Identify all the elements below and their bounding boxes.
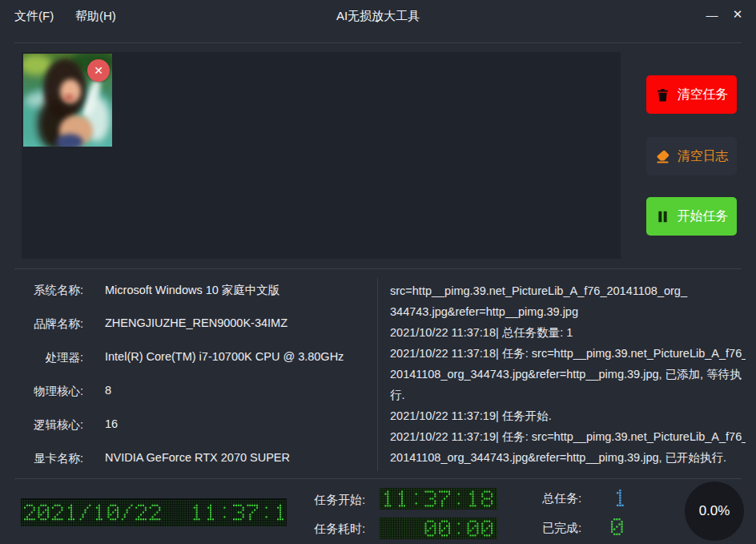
- info-label: 物理核心:: [22, 384, 83, 400]
- log-line: 2021/10/22 11:37:18| 总任务数量: 1: [390, 322, 746, 343]
- task-thumbnail[interactable]: ✕: [23, 54, 112, 147]
- clear-tasks-label: 清空任务: [678, 87, 729, 103]
- system-info: 系统名称: Microsoft Windows 10 家庭中文版 品牌名称: Z…: [22, 283, 367, 485]
- info-value: ZHENGJIUZHE_REN9000K-34IMZ: [105, 316, 288, 332]
- clear-tasks-button[interactable]: 清空任务: [646, 75, 737, 114]
- info-value: 8: [105, 384, 111, 400]
- led-clock-display: [21, 498, 287, 526]
- task-elapsed-led-display: [380, 518, 497, 539]
- info-row-gpu: 显卡名称: NVIDIA GeForce RTX 2070 SUPER: [22, 451, 367, 467]
- window-title: AI无损放大工具: [160, 9, 596, 24]
- log-line: 行.: [390, 385, 746, 405]
- info-value: NVIDIA GeForce RTX 2070 SUPER: [105, 451, 290, 467]
- clear-log-label: 清空日志: [678, 148, 729, 165]
- info-label: 系统名称:: [22, 283, 83, 299]
- info-row-logical-cores: 逻辑核心: 16: [22, 417, 367, 433]
- info-row-cpu: 处理器: Intel(R) Core(TM) i7-10700K CPU @ 3…: [22, 350, 367, 366]
- statusbar-divider: [14, 478, 742, 479]
- info-value: Microsoft Windows 10 家庭中文版: [105, 283, 279, 299]
- total-tasks-label: 总任务:: [542, 491, 581, 506]
- progress-indicator: 0.0%: [685, 482, 744, 541]
- start-task-button[interactable]: 开始任务: [646, 197, 737, 236]
- task-start-led-display: [380, 488, 497, 510]
- pause-icon: [655, 209, 670, 224]
- task-list-panel: ✕: [22, 52, 621, 259]
- log-line: 2021/10/22 11:37:19| 任务: src=http__pimg.…: [390, 426, 746, 447]
- remove-task-icon[interactable]: ✕: [87, 59, 110, 82]
- start-task-label: 开始任务: [678, 208, 729, 225]
- titlebar-divider: [14, 42, 742, 43]
- info-row-os: 系统名称: Microsoft Windows 10 家庭中文版: [22, 283, 367, 299]
- log-line: 2021/10/22 11:37:19| 任务开始.: [390, 405, 746, 426]
- progress-percent: 0.0%: [699, 503, 730, 519]
- info-label: 品牌名称:: [22, 316, 83, 332]
- info-label: 处理器:: [22, 350, 83, 366]
- info-label: 逻辑核心:: [22, 417, 83, 433]
- log-pane[interactable]: src=http__pimg.39.net_PictureLib_A_f76_2…: [390, 280, 746, 471]
- clear-log-button[interactable]: 清空日志: [646, 137, 737, 175]
- log-line: 344743.jpg&refer=http__pimg.39.jpg: [390, 301, 746, 322]
- log-line: 20141108_org_344743.jpg&refer=http__pimg…: [390, 447, 746, 468]
- menu-file[interactable]: 文件(F): [14, 9, 54, 24]
- info-value: Intel(R) Core(TM) i7-10700K CPU @ 3.80GH…: [105, 350, 344, 366]
- menu-help[interactable]: 帮助(H): [75, 9, 116, 24]
- log-line: 2021/10/22 11:37:18| 任务: src=http__pimg.…: [390, 343, 746, 364]
- info-label: 显卡名称:: [22, 451, 83, 467]
- task-start-label: 任务开始:: [314, 493, 365, 508]
- total-tasks-value: [614, 489, 628, 507]
- log-line: 20141108_org_344743.jpg&refer=http__pimg…: [390, 364, 746, 385]
- trash-icon: [655, 87, 670, 103]
- info-row-brand: 品牌名称: ZHENGJIUZHE_REN9000K-34IMZ: [22, 316, 367, 332]
- close-button[interactable]: ✕: [727, 4, 748, 25]
- app-window: 文件(F) 帮助(H) AI无损放大工具 — ✕: [0, 0, 756, 544]
- eraser-icon: [655, 149, 670, 164]
- info-value: 16: [105, 417, 118, 433]
- completed-tasks-label: 已完成:: [542, 521, 581, 536]
- task-elapsed-label: 任务耗时:: [314, 522, 365, 537]
- log-line: src=http__pimg.39.net_PictureLib_A_f76_2…: [390, 280, 746, 301]
- completed-tasks-value: [611, 518, 625, 536]
- section-divider: [14, 268, 742, 269]
- info-log-divider: [377, 278, 378, 471]
- minimize-button[interactable]: —: [702, 4, 722, 25]
- info-row-physical-cores: 物理核心: 8: [22, 384, 367, 400]
